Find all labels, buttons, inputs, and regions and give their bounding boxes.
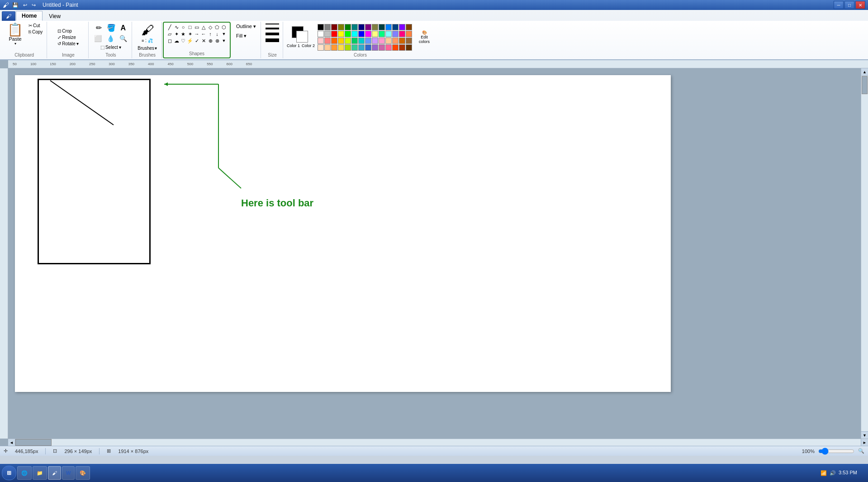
- color2-swatch[interactable]: [296, 31, 308, 43]
- color-swatch[interactable]: [399, 44, 405, 51]
- color-swatch[interactable]: [324, 38, 331, 44]
- arrow-right-shape[interactable]: →: [194, 31, 200, 37]
- color-swatch[interactable]: [338, 38, 344, 44]
- color-swatch[interactable]: [392, 24, 398, 30]
- callout-shape[interactable]: ◻: [166, 38, 173, 44]
- color-swatch[interactable]: [331, 38, 337, 44]
- pencil-button[interactable]: ✏: [94, 23, 104, 33]
- size-preview-2[interactable]: [266, 28, 279, 29]
- scroll2-shapes[interactable]: ▼: [221, 38, 227, 44]
- size-preview-4[interactable]: [266, 38, 279, 42]
- color-swatch[interactable]: [365, 38, 371, 44]
- color-swatch[interactable]: [379, 44, 385, 51]
- color-swatch[interactable]: [372, 44, 378, 51]
- color-swatch[interactable]: [351, 31, 358, 37]
- fill-button[interactable]: 🪣: [105, 23, 118, 33]
- color-swatch[interactable]: [345, 44, 351, 51]
- color-swatch[interactable]: [358, 24, 365, 30]
- color-swatch[interactable]: [392, 44, 398, 51]
- color-swatch[interactable]: [338, 44, 344, 51]
- fill-dropdown-button[interactable]: Fill ▾: [234, 32, 248, 40]
- taskbar-app-paint1[interactable]: 🖌: [48, 466, 61, 480]
- color-swatch[interactable]: [385, 31, 392, 37]
- size-preview-1[interactable]: [266, 24, 279, 24]
- close-button[interactable]: ✕: [855, 1, 865, 9]
- color-swatch[interactable]: [338, 24, 344, 30]
- quick-redo[interactable]: ↪: [30, 2, 37, 9]
- magnifier-button[interactable]: 🔍: [118, 34, 129, 43]
- tab-view[interactable]: View: [43, 11, 66, 21]
- crop-button[interactable]: ⊡ Crop: [56, 28, 80, 34]
- color-swatch[interactable]: [372, 31, 378, 37]
- color-swatch[interactable]: [358, 38, 365, 44]
- color-swatch[interactable]: [358, 44, 365, 51]
- zoom-slider[interactable]: [818, 448, 854, 455]
- color-swatch[interactable]: [345, 31, 351, 37]
- misc1-shape[interactable]: ⊕: [207, 38, 213, 44]
- color-swatch[interactable]: [318, 24, 324, 30]
- outline-button[interactable]: Outline ▾: [234, 23, 258, 30]
- canvas-container[interactable]: Here is tool bar: [8, 68, 861, 439]
- cross-shape[interactable]: ✕: [200, 38, 207, 44]
- color-swatch[interactable]: [331, 44, 337, 51]
- color-swatch[interactable]: [358, 31, 365, 37]
- zoom-icon[interactable]: 🔍: [858, 448, 864, 454]
- star6-shape[interactable]: ✶: [187, 31, 193, 37]
- color-swatch[interactable]: [406, 31, 412, 37]
- arrow-up-shape[interactable]: ↑: [207, 31, 213, 37]
- color-swatch[interactable]: [331, 24, 337, 30]
- scrollbar-h-thumb[interactable]: [15, 439, 52, 446]
- color-swatch[interactable]: [324, 24, 331, 30]
- color-swatch[interactable]: [385, 24, 392, 30]
- color-swatch[interactable]: [324, 44, 331, 51]
- scrollbar-right-button[interactable]: ►: [861, 439, 868, 446]
- color-swatch[interactable]: [338, 31, 344, 37]
- color-swatch[interactable]: [324, 31, 331, 37]
- rotate-button[interactable]: ↺ Rotate ▾: [56, 41, 80, 47]
- color-swatch[interactable]: [399, 31, 405, 37]
- color-swatch[interactable]: [365, 44, 371, 51]
- color-swatch[interactable]: [318, 44, 324, 51]
- check-shape[interactable]: ✓: [194, 38, 200, 44]
- brushes-button[interactable]: Brushes ▾: [136, 45, 159, 52]
- start-button[interactable]: ⊞: [2, 466, 16, 480]
- taskbar-app-paint2[interactable]: 🎨: [76, 466, 90, 480]
- scroll-shapes[interactable]: ▼: [221, 31, 227, 37]
- color-swatch[interactable]: [379, 31, 385, 37]
- paste-button[interactable]: 📋 Paste ▾: [5, 23, 26, 52]
- minimize-button[interactable]: ─: [834, 1, 844, 9]
- arrow-left-shape[interactable]: ←: [200, 31, 207, 37]
- arrow-down-shape[interactable]: ↓: [214, 31, 220, 37]
- scrollbar-up-button[interactable]: ▲: [861, 68, 868, 76]
- parallelogram-shape[interactable]: ▱: [166, 31, 173, 37]
- maximize-button[interactable]: □: [844, 1, 854, 9]
- color-swatch[interactable]: [399, 38, 405, 44]
- color-swatch[interactable]: [392, 38, 398, 44]
- drawing-canvas[interactable]: Here is tool bar: [15, 75, 671, 392]
- copy-button[interactable]: ⎘ Copy: [27, 29, 44, 35]
- select-button[interactable]: ⬚ Select ▾: [99, 44, 123, 51]
- scrollbar-down-button[interactable]: ▼: [861, 431, 868, 439]
- heart-shape[interactable]: ♡: [180, 38, 186, 44]
- color-swatch[interactable]: [351, 24, 358, 30]
- scrollbar-left-button[interactable]: ◄: [8, 439, 15, 446]
- color-swatch[interactable]: [351, 38, 358, 44]
- cloud-shape[interactable]: ☁: [173, 38, 180, 44]
- bottom-scrollbar[interactable]: ◄ ►: [8, 439, 868, 446]
- color-picker-button[interactable]: 💧: [105, 34, 116, 43]
- right-scrollbar[interactable]: ▲ ▼: [861, 68, 868, 439]
- edit-colors-button[interactable]: 🎨 Edit colors: [415, 30, 434, 44]
- eraser-button[interactable]: ⬜: [92, 34, 104, 43]
- curve-shape[interactable]: ∿: [173, 24, 180, 30]
- color-swatch[interactable]: [351, 44, 358, 51]
- color-swatch[interactable]: [379, 24, 385, 30]
- star4-shape[interactable]: ✦: [173, 31, 180, 37]
- size-preview-3[interactable]: [266, 33, 279, 35]
- color-swatch[interactable]: [406, 24, 412, 30]
- misc2-shape[interactable]: ⊗: [214, 38, 220, 44]
- line-shape[interactable]: ╱: [166, 24, 173, 30]
- triangle-shape[interactable]: △: [200, 24, 207, 30]
- hexagon-shape[interactable]: ⬡: [221, 24, 227, 30]
- tab-home[interactable]: Home: [16, 11, 43, 21]
- color-swatch[interactable]: [392, 31, 398, 37]
